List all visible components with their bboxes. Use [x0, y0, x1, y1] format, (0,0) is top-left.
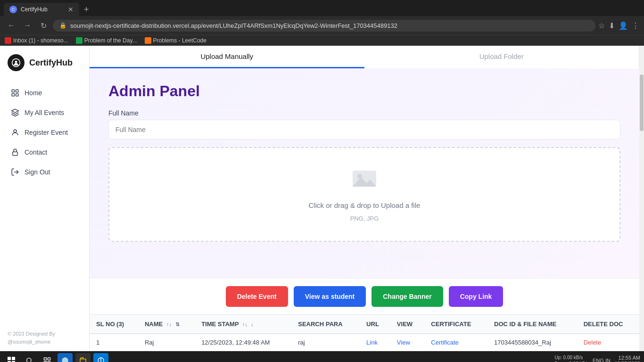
cell-search-para: raj: [291, 334, 360, 351]
col-timestamp[interactable]: TIME STAMP ↑↓ ↓: [195, 315, 291, 334]
copy-link-button[interactable]: Copy Link: [449, 286, 504, 307]
taskview-button[interactable]: [40, 353, 55, 362]
download-icon[interactable]: ⬇: [609, 21, 615, 30]
cell-url[interactable]: Link: [360, 334, 390, 351]
bookmarks-bar: Inbox (1) - shomeso... Problem of the Da…: [0, 35, 644, 46]
sidebar-item-register-label: Register Event: [25, 129, 68, 136]
signout-icon: [10, 167, 20, 177]
forward-button[interactable]: →: [21, 19, 34, 32]
back-button[interactable]: ←: [5, 19, 18, 32]
sidebar: CertifyHub Home My All Events: [0, 46, 90, 351]
browser-icon[interactable]: [93, 353, 108, 362]
address-bar[interactable]: 🔒 soumojit-nextjs-certificate-distributi…: [53, 20, 595, 32]
app-container: CertifyHub Home My All Events: [0, 46, 644, 351]
network-up: Up: 0.00 kB/s: [554, 354, 589, 361]
browser-tab[interactable]: C CertifyHub ✕: [4, 3, 79, 16]
sidebar-item-home[interactable]: Home: [6, 83, 83, 102]
explorer-icon[interactable]: [75, 353, 91, 362]
admin-panel-content: Admin Panel Full Name Click or drag & dr…: [90, 68, 639, 278]
taskbar: Up: 0.00 kB/s Down: 0.00 kB/s ENG IN 12:…: [0, 351, 644, 362]
toolbar-icons: ☆ ⬇ 👤 ⋮: [598, 21, 639, 30]
tab-close-button[interactable]: ✕: [68, 6, 74, 13]
clock-time: 12:55 AM: [614, 355, 640, 361]
cell-certificate[interactable]: Certificate: [424, 334, 487, 351]
admin-panel-title: Admin Panel: [108, 82, 620, 100]
upload-placeholder-icon: [350, 167, 379, 196]
sidebar-item-sign-out[interactable]: Sign Out: [6, 163, 83, 181]
cell-delete-doc[interactable]: Delete: [577, 334, 639, 351]
bookmark-leetcode[interactable]: Problems - LeetCode: [145, 37, 206, 44]
favicon: C: [9, 6, 17, 13]
logo-svg: [11, 58, 21, 67]
bookmark-inbox[interactable]: Inbox (1) - shomeso...: [5, 37, 68, 44]
cell-timestamp: 12/25/2023, 12:49:48 AM: [195, 334, 291, 351]
app-name: CertifyHub: [29, 58, 73, 68]
profile-icon[interactable]: 👤: [619, 21, 628, 30]
name-filter-icon[interactable]: ⇅: [175, 321, 180, 327]
sidebar-item-events-label: My All Events: [25, 109, 64, 116]
svg-rect-19: [48, 358, 50, 360]
edge-icon[interactable]: [58, 353, 73, 362]
timestamp-filter-icon[interactable]: ↓: [251, 321, 254, 327]
menu-icon[interactable]: ⋮: [632, 21, 639, 30]
bookmark-problem-day-label: Problem of the Day...: [84, 37, 137, 44]
full-name-label: Full Name: [108, 109, 620, 117]
upload-area[interactable]: Click or drag & drop to Upload a file PN…: [108, 147, 620, 242]
home-icon: [10, 88, 20, 98]
full-name-input[interactable]: [108, 120, 620, 140]
start-button[interactable]: [4, 353, 19, 362]
search-taskbar[interactable]: [22, 353, 37, 362]
col-view: VIEW: [390, 315, 424, 334]
col-delete-doc: DELETE DOC: [577, 315, 639, 334]
svg-point-6: [14, 130, 17, 132]
browser-toolbar: ← → ↻ 🔒 soumojit-nextjs-certificate-dist…: [0, 16, 644, 35]
name-sort-asc-icon[interactable]: ↑↓: [166, 321, 172, 327]
taskbar-right: Up: 0.00 kB/s Down: 0.00 kB/s ENG IN 12:…: [554, 354, 640, 362]
tab-upload-manually[interactable]: Upload Manually: [90, 46, 364, 68]
tabs-bar: Upload Manually Upload Folder: [90, 46, 639, 68]
bookmark-inbox-icon: [5, 37, 11, 44]
bookmark-star-icon[interactable]: ☆: [598, 21, 605, 30]
col-certificate: CERTIFICATE: [424, 315, 487, 334]
sidebar-footer: © 2023 Designed By @soumojit_shome: [0, 324, 89, 351]
register-icon: [10, 128, 20, 137]
sidebar-item-register-event[interactable]: Register Event: [6, 123, 83, 142]
right-scrollbar[interactable]: [639, 46, 644, 351]
upload-text: Click or drag & drop to Upload a file: [309, 201, 421, 209]
tab-upload-folder[interactable]: Upload Folder: [364, 46, 640, 68]
language-indicator: ENG IN: [593, 358, 611, 362]
new-tab-button[interactable]: +: [81, 4, 92, 16]
col-sl-no[interactable]: SL NO (3): [90, 315, 138, 334]
svg-rect-7: [13, 152, 18, 156]
url-text: soumojit-nextjs-certificate-distribution…: [70, 22, 589, 29]
cell-view[interactable]: View: [390, 334, 424, 351]
change-banner-button[interactable]: Change Banner: [372, 286, 443, 307]
logo-icon: [8, 54, 25, 71]
time-display: 12:55 AM 12/25/2023: [614, 355, 640, 362]
table-body: 1 Raj 12/25/2023, 12:49:48 AM raj Link V…: [90, 334, 639, 351]
bookmark-inbox-label: Inbox (1) - shomeso...: [13, 37, 68, 44]
table-header: SL NO (3) NAME ↑↓ ⇅ TIME STAMP ↑↓ ↓: [90, 315, 639, 334]
sidebar-item-signout-label: Sign Out: [25, 168, 50, 176]
timestamp-sort-icon[interactable]: ↑↓: [242, 321, 248, 327]
scroll-thumb[interactable]: [640, 74, 644, 131]
svg-rect-3: [16, 90, 18, 92]
sidebar-item-contact[interactable]: Contact: [6, 143, 83, 162]
bookmark-leetcode-icon: [145, 37, 151, 44]
svg-rect-2: [12, 90, 14, 92]
col-name[interactable]: NAME ↑↓ ⇅: [138, 315, 195, 334]
sidebar-logo: CertifyHub: [0, 46, 89, 80]
events-icon: [10, 108, 20, 117]
view-as-student-button[interactable]: View as student: [294, 286, 366, 307]
network-info: Up: 0.00 kB/s Down: 0.00 kB/s: [554, 354, 589, 362]
bookmark-problem-day[interactable]: Problem of the Day...: [76, 37, 137, 44]
upload-subtext: PNG, JPG: [350, 215, 379, 222]
svg-rect-12: [8, 357, 11, 360]
svg-point-1: [15, 61, 17, 63]
sidebar-item-my-all-events[interactable]: My All Events: [6, 103, 83, 122]
sidebar-item-contact-label: Contact: [25, 148, 47, 156]
reload-button[interactable]: ↻: [37, 19, 50, 32]
delete-event-button[interactable]: Delete Event: [226, 286, 288, 307]
lock-icon: 🔒: [59, 22, 66, 29]
svg-point-16: [27, 358, 31, 362]
